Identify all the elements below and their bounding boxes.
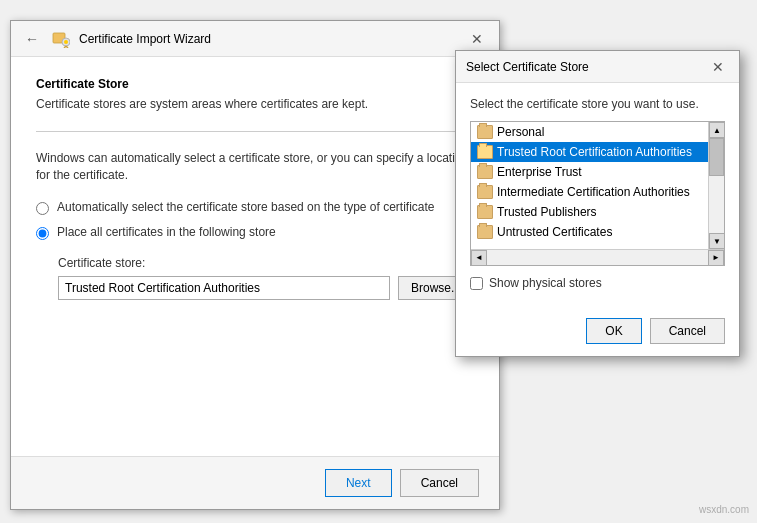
svg-line-2 — [64, 46, 66, 48]
tree-item-text: Intermediate Certification Authorities — [497, 185, 690, 199]
wizard-titlebar-left: ← Certificate Import Wizard — [21, 29, 211, 49]
radio-manual-label[interactable]: Place all certificates in the following … — [57, 225, 276, 239]
dialog-window: Select Certificate Store ✕ Select the ce… — [455, 50, 740, 357]
dialog-content: Select the certificate store you want to… — [456, 83, 739, 310]
wizard-option-desc: Windows can automatically select a certi… — [36, 150, 474, 184]
tree-item[interactable]: Trusted Root Certification Authorities — [471, 142, 708, 162]
tree-item[interactable]: Intermediate Certification Authorities — [471, 182, 708, 202]
show-physical-stores-row: Show physical stores — [470, 276, 725, 290]
dialog-instruction: Select the certificate store you want to… — [470, 97, 725, 111]
folder-icon — [477, 185, 493, 199]
wizard-title: Certificate Import Wizard — [79, 32, 211, 46]
radio-auto-label[interactable]: Automatically select the certificate sto… — [57, 200, 435, 214]
tree-item[interactable]: Personal — [471, 122, 708, 142]
wizard-footer: Next Cancel — [11, 456, 499, 509]
radio-auto[interactable] — [36, 202, 49, 215]
watermark: wsxdn.com — [699, 504, 749, 515]
wizard-divider — [36, 131, 474, 132]
tree-container: PersonalTrusted Root Certification Autho… — [470, 121, 725, 266]
wizard-title-icon — [51, 29, 71, 49]
folder-icon — [477, 205, 493, 219]
tree-vscrollbar[interactable]: ▲ ▼ — [708, 122, 724, 249]
show-physical-stores-label[interactable]: Show physical stores — [489, 276, 602, 290]
radio-item-manual: Place all certificates in the following … — [36, 225, 474, 240]
wizard-titlebar: ← Certificate Import Wizard ✕ — [11, 21, 499, 57]
svg-line-3 — [66, 46, 68, 48]
tree-item-text: Trusted Publishers — [497, 205, 597, 219]
tree-item[interactable]: Trusted Publishers — [471, 202, 708, 222]
hscroll-track — [487, 250, 708, 265]
dialog-titlebar: Select Certificate Store ✕ — [456, 51, 739, 83]
radio-item-auto: Automatically select the certificate sto… — [36, 200, 474, 215]
tree-hscrollbar[interactable]: ◄ ► — [471, 249, 724, 265]
cert-store-label: Certificate store: — [58, 256, 474, 270]
folder-icon — [477, 125, 493, 139]
wizard-window: ← Certificate Import Wizard ✕ Certificat… — [10, 20, 500, 510]
tree-item[interactable]: Enterprise Trust — [471, 162, 708, 182]
tree-scroll-area: PersonalTrusted Root Certification Autho… — [471, 122, 724, 265]
dialog-footer: OK Cancel — [456, 310, 739, 356]
wizard-close-button[interactable]: ✕ — [465, 27, 489, 51]
tree-item-text: Untrusted Certificates — [497, 225, 612, 239]
radio-group: Automatically select the certificate sto… — [36, 200, 474, 240]
svg-point-4 — [64, 40, 68, 44]
tree-item-text: Personal — [497, 125, 544, 139]
folder-icon — [477, 145, 493, 159]
dialog-close-button[interactable]: ✕ — [707, 56, 729, 78]
show-physical-stores-checkbox[interactable] — [470, 277, 483, 290]
vscroll-track — [709, 138, 724, 233]
vscroll-up-button[interactable]: ▲ — [709, 122, 724, 138]
dialog-cancel-button[interactable]: Cancel — [650, 318, 725, 344]
vscroll-down-button[interactable]: ▼ — [709, 233, 724, 249]
hscroll-right-button[interactable]: ► — [708, 250, 724, 266]
cert-store-row: Browse... — [58, 276, 474, 300]
vscroll-thumb[interactable] — [709, 138, 724, 176]
tree-item-text: Enterprise Trust — [497, 165, 582, 179]
certificate-icon — [52, 30, 70, 48]
next-button[interactable]: Next — [325, 469, 392, 497]
folder-icon — [477, 225, 493, 239]
dialog-title: Select Certificate Store — [466, 60, 589, 74]
cert-store-input[interactable] — [58, 276, 390, 300]
wizard-section-title: Certificate Store — [36, 77, 474, 91]
tree-item[interactable]: Untrusted Certificates — [471, 222, 708, 242]
hscroll-left-button[interactable]: ◄ — [471, 250, 487, 266]
tree-list: PersonalTrusted Root Certification Autho… — [471, 122, 708, 249]
wizard-section-desc: Certificate stores are system areas wher… — [36, 97, 474, 111]
wizard-back-button[interactable]: ← — [21, 31, 43, 47]
radio-manual[interactable] — [36, 227, 49, 240]
folder-icon — [477, 165, 493, 179]
dialog-ok-button[interactable]: OK — [586, 318, 641, 344]
tree-item-text: Trusted Root Certification Authorities — [497, 145, 692, 159]
tree-and-vscroll: PersonalTrusted Root Certification Autho… — [471, 122, 724, 249]
wizard-content: Certificate Store Certificate stores are… — [11, 57, 499, 456]
cancel-button[interactable]: Cancel — [400, 469, 479, 497]
